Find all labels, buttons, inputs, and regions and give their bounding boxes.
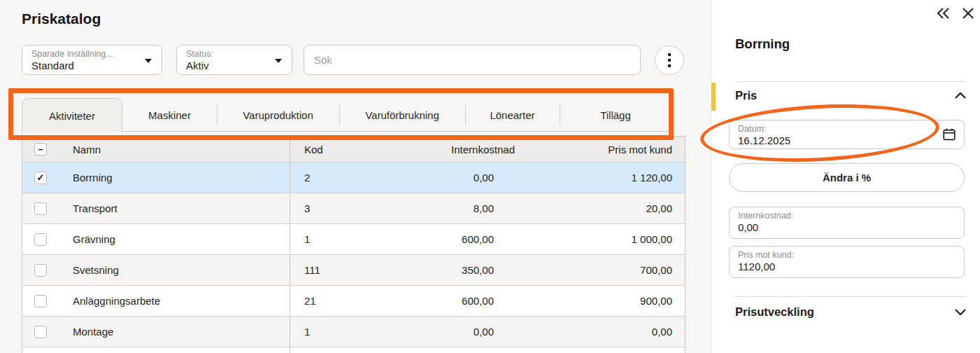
row-name: Grävning bbox=[73, 233, 115, 245]
search-input[interactable] bbox=[304, 45, 641, 75]
table-header-row: − Namn Kod Internkostnad Pris mot kund bbox=[22, 137, 685, 162]
table-row[interactable]: Svetsning 111 350,00 700,00 bbox=[22, 254, 685, 285]
row-internkostnad: 0,00 bbox=[381, 326, 515, 338]
saved-settings-dropdown[interactable]: Sparade inställning... Standard bbox=[22, 45, 162, 75]
row-checkbox[interactable] bbox=[34, 326, 47, 338]
row-checkbox[interactable] bbox=[34, 233, 47, 246]
row-kod: 1 bbox=[290, 317, 381, 347]
tab-label: Varuproduktion bbox=[243, 109, 313, 121]
more-options-button[interactable] bbox=[655, 46, 684, 75]
table-row[interactable]: Montage 1 0,00 0,00 bbox=[22, 316, 685, 347]
table-row[interactable]: Anläggningsarbete 21 600,00 900,00 bbox=[22, 285, 685, 316]
table-body: ✓ Borrning 2 0,00 1 120,00 Transport 3 8… bbox=[22, 162, 685, 353]
tab[interactable]: Tillägg bbox=[560, 98, 672, 132]
row-name: Borrning bbox=[73, 172, 113, 184]
status-value: Aktiv bbox=[186, 60, 283, 72]
tab-label: Varuförbrukning bbox=[365, 109, 439, 121]
row-checkbox[interactable] bbox=[34, 264, 47, 277]
status-label: Status: bbox=[186, 49, 283, 60]
tab-label: Maskiner bbox=[148, 109, 191, 121]
table-row[interactable]: ✓ Borrning 2 0,00 1 120,00 bbox=[22, 162, 685, 193]
row-name: Transport bbox=[73, 202, 118, 214]
tab-label: Tillägg bbox=[600, 109, 631, 121]
panel-divider bbox=[735, 81, 966, 82]
row-kod: 3 bbox=[290, 193, 381, 223]
status-dropdown[interactable]: Status: Aktiv bbox=[176, 45, 292, 75]
internkostnad-label: Internkostnad: bbox=[738, 211, 956, 221]
row-kod: 21 bbox=[290, 286, 381, 316]
row-kod: 111 bbox=[290, 255, 381, 285]
tab[interactable]: Lönearter bbox=[465, 98, 560, 132]
column-header-pris-mot-kund[interactable]: Pris mot kund bbox=[515, 144, 685, 155]
row-pris-mot-kund: 20,00 bbox=[515, 202, 685, 214]
column-header-kod[interactable]: Kod bbox=[290, 137, 381, 162]
kebab-icon bbox=[668, 53, 671, 56]
column-header-internkostnad[interactable]: Internkostnad bbox=[381, 144, 515, 155]
row-checkbox[interactable] bbox=[34, 202, 47, 215]
caret-down-icon bbox=[275, 59, 282, 63]
page-title: Priskatalog bbox=[22, 11, 101, 27]
change-percent-button[interactable]: Ändra i % bbox=[729, 163, 965, 192]
pris-mot-kund-label: Pris mot kund: bbox=[738, 250, 956, 261]
datum-input[interactable] bbox=[738, 134, 913, 146]
row-internkostnad: 600,00 bbox=[381, 233, 515, 245]
panel-title: Borrning bbox=[735, 36, 790, 52]
tab[interactable]: Maskiner bbox=[122, 98, 217, 132]
close-icon[interactable] bbox=[960, 6, 977, 22]
table-row[interactable]: Transport 3 8,00 20,00 bbox=[22, 193, 685, 223]
row-kod: 1 bbox=[290, 224, 381, 254]
pris-section-header[interactable]: Pris bbox=[735, 89, 966, 102]
row-name: Montage bbox=[73, 326, 113, 338]
tab-bar: AktiviteterMaskinerVaruproduktionVaruför… bbox=[22, 98, 672, 132]
row-pris-mot-kund: 900,00 bbox=[515, 295, 685, 307]
tab[interactable]: Varuförbrukning bbox=[339, 98, 465, 132]
tab-label: Lönearter bbox=[490, 109, 534, 121]
row-checkbox[interactable] bbox=[34, 295, 47, 307]
caret-down-icon bbox=[145, 59, 152, 63]
row-name: Anläggningsarbete bbox=[73, 295, 160, 307]
internkostnad-field[interactable]: Internkostnad: bbox=[729, 207, 965, 239]
datum-label: Datum: bbox=[738, 124, 956, 134]
row-pris-mot-kund: 1 000,00 bbox=[515, 233, 685, 245]
row-internkostnad: 350,00 bbox=[381, 264, 515, 276]
row-internkostnad: 600,00 bbox=[381, 295, 515, 307]
datum-field[interactable]: Datum: bbox=[729, 120, 965, 149]
tab-label: Aktiviteter bbox=[49, 110, 95, 122]
prisutveckling-section-label: Prisutveckling bbox=[735, 305, 814, 319]
row-pris-mot-kund: 1 120,00 bbox=[515, 172, 685, 184]
saved-settings-label: Sparade inställning... bbox=[31, 49, 152, 60]
chevron-up-icon bbox=[955, 92, 966, 99]
table-row[interactable]: Grävning 1 600,00 1 000,00 bbox=[22, 223, 685, 254]
pris-mot-kund-input[interactable] bbox=[738, 261, 913, 272]
price-table: − Namn Kod Internkostnad Pris mot kund ✓… bbox=[22, 136, 686, 353]
internkostnad-input[interactable] bbox=[738, 221, 913, 233]
pris-mot-kund-field[interactable]: Pris mot kund: bbox=[729, 246, 965, 278]
calendar-icon[interactable] bbox=[942, 127, 957, 145]
row-internkostnad: 8,00 bbox=[381, 202, 515, 214]
row-name: Svetsning bbox=[73, 264, 119, 276]
row-checkbox[interactable]: ✓ bbox=[34, 172, 47, 184]
select-all-checkbox[interactable]: − bbox=[34, 143, 47, 155]
row-pris-mot-kund: 700,00 bbox=[515, 264, 685, 276]
chevron-down-icon bbox=[955, 309, 966, 315]
tab[interactable]: Varuproduktion bbox=[217, 98, 339, 132]
row-kod bbox=[290, 347, 381, 353]
tab[interactable]: Aktiviteter bbox=[22, 98, 122, 132]
table-row[interactable] bbox=[22, 347, 685, 353]
panel-divider bbox=[735, 296, 966, 297]
row-pris-mot-kund: 0,00 bbox=[515, 326, 685, 338]
saved-settings-value: Standard bbox=[31, 60, 152, 72]
prisutveckling-section-header[interactable]: Prisutveckling bbox=[735, 305, 966, 319]
row-internkostnad: 0,00 bbox=[381, 172, 515, 184]
detail-panel: Borrning Pris Datum: Ändra i % Internkos… bbox=[711, 0, 980, 353]
pris-section-label: Pris bbox=[735, 89, 757, 102]
row-kod: 2 bbox=[290, 162, 381, 193]
column-header-namn[interactable]: Namn bbox=[73, 144, 101, 155]
pris-section-accent bbox=[711, 83, 716, 111]
collapse-panel-icon[interactable] bbox=[935, 6, 952, 22]
